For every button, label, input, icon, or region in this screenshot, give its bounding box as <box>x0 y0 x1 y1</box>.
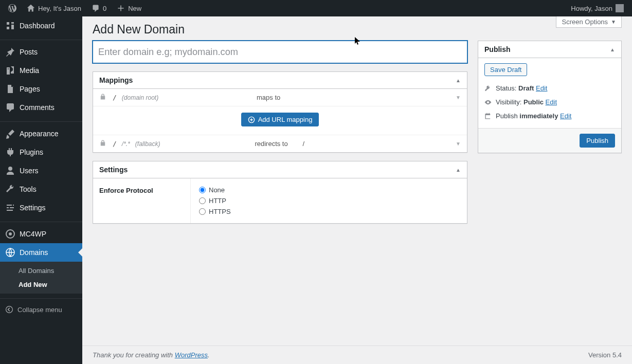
comments-link[interactable]: 0 <box>87 0 111 16</box>
visibility-label: Visibility: <box>496 98 521 106</box>
status-value: Draft <box>518 84 534 92</box>
fallback-slash: / <box>113 140 117 148</box>
mapping-fallback-row[interactable]: / /*.* (fallback) redirects to / ▼ <box>93 135 467 152</box>
submenu-add-new[interactable]: Add New <box>0 278 82 292</box>
collapse-menu-button[interactable]: Collapse menu <box>0 301 82 318</box>
new-content-link[interactable]: New <box>113 0 146 16</box>
sliders-icon <box>5 203 15 213</box>
protocol-none-radio[interactable] <box>199 187 206 193</box>
menu-mc4wp[interactable]: MC4WP <box>0 225 82 243</box>
root-slash: / <box>113 94 117 101</box>
menu-dashboard[interactable]: Dashboard <box>0 16 82 35</box>
submenu-domains: All Domains Add New <box>0 262 82 294</box>
settings-title: Settings <box>99 166 128 174</box>
comments-icon <box>5 102 15 113</box>
new-content-text: New <box>128 5 141 12</box>
lock-icon <box>99 139 107 148</box>
protocol-http-label: HTTP <box>209 197 226 205</box>
protocol-https-label: HTTPS <box>209 208 231 215</box>
page-icon <box>5 84 15 94</box>
key-icon <box>484 85 492 92</box>
collapse-label: Collapse menu <box>17 306 62 314</box>
menu-label: Settings <box>20 204 46 212</box>
add-url-mapping-button[interactable]: Add URL mapping <box>241 113 319 126</box>
domain-input[interactable] <box>93 41 467 63</box>
visibility-line: Visibility: Public Edit <box>484 95 615 109</box>
menu-appearance[interactable]: Appearance <box>0 124 82 143</box>
menu-label: Tools <box>20 185 37 193</box>
schedule-label: Publish <box>496 112 518 120</box>
globe-icon <box>5 247 15 258</box>
submenu-all-domains[interactable]: All Domains <box>0 264 82 278</box>
home-icon <box>27 4 35 12</box>
protocol-https-radio[interactable] <box>199 208 206 215</box>
protocol-https-row[interactable]: HTTPS <box>199 206 459 217</box>
schedule-line: Publish immediately Edit <box>484 109 615 123</box>
menu-posts[interactable]: Posts <box>0 43 82 61</box>
site-name-text: Hey, It's Jason <box>38 5 81 12</box>
chevron-down-icon[interactable]: ▼ <box>456 141 461 147</box>
pin-icon <box>5 47 15 57</box>
menu-separator <box>0 220 82 222</box>
admin-bar: Hey, It's Jason 0 New Howdy, Jason <box>0 0 632 16</box>
publish-header[interactable]: Publish ▲ <box>478 41 621 58</box>
protocol-none-row[interactable]: None <box>199 185 459 195</box>
fallback-verb: redirects to <box>255 140 287 148</box>
menu-settings[interactable]: Settings <box>0 198 82 217</box>
edit-schedule-link[interactable]: Edit <box>560 112 571 120</box>
menu-media[interactable]: Media <box>0 61 82 80</box>
menu-label: Domains <box>20 248 48 257</box>
mapping-root-row[interactable]: / (domain root) maps to ▼ <box>93 89 467 106</box>
chevron-down-icon[interactable]: ▼ <box>456 95 461 100</box>
menu-separator <box>0 296 82 299</box>
admin-sidebar: Dashboard Posts Media Pages Comments App… <box>0 16 82 364</box>
edit-status-link[interactable]: Edit <box>536 84 547 92</box>
protocol-http-radio[interactable] <box>199 197 206 204</box>
svg-point-3 <box>6 306 13 313</box>
mappings-header[interactable]: Mappings ▲ <box>93 72 467 89</box>
admin-footer: Thank you for creating with WordPress. V… <box>82 345 632 364</box>
media-icon <box>5 65 15 76</box>
menu-plugins[interactable]: Plugins <box>0 143 82 161</box>
publish-button[interactable]: Publish <box>580 134 615 148</box>
menu-label: MC4WP <box>20 230 46 238</box>
panel-toggle-icon[interactable]: ▲ <box>456 167 461 173</box>
fallback-target: / <box>303 140 305 148</box>
menu-comments[interactable]: Comments <box>0 98 82 117</box>
fallback-glob: /*.* <box>122 140 130 148</box>
footer-thankyou: Thank you for creating with WordPress. <box>93 351 210 359</box>
svg-point-1 <box>9 232 12 235</box>
site-name-link[interactable]: Hey, It's Jason <box>23 0 85 16</box>
menu-domains[interactable]: Domains <box>0 243 82 262</box>
plug-icon <box>5 147 15 157</box>
mappings-title: Mappings <box>99 76 133 84</box>
my-account-link[interactable]: Howdy, Jason <box>567 0 628 16</box>
settings-panel: Settings ▲ Enforce Protocol None HTTP HT… <box>93 161 467 224</box>
comment-icon <box>92 4 100 12</box>
mc4wp-icon <box>5 229 15 239</box>
wordpress-link[interactable]: WordPress <box>175 351 208 359</box>
edit-visibility-link[interactable]: Edit <box>546 98 557 106</box>
menu-label: Comments <box>20 103 55 112</box>
dashboard-icon <box>5 21 15 31</box>
screen-options-toggle[interactable]: Screen Options ▼ <box>556 16 622 28</box>
status-line: Status: Draft Edit <box>484 81 615 95</box>
calendar-icon <box>484 113 492 120</box>
menu-label: Appearance <box>20 130 59 138</box>
menu-pages[interactable]: Pages <box>0 80 82 98</box>
screen-options-label: Screen Options <box>562 18 608 26</box>
protocol-http-row[interactable]: HTTP <box>199 195 459 206</box>
settings-header[interactable]: Settings ▲ <box>93 161 467 178</box>
collapse-icon <box>5 305 13 314</box>
panel-toggle-icon[interactable]: ▲ <box>456 78 461 83</box>
wordpress-icon <box>8 4 16 12</box>
save-draft-button[interactable]: Save Draft <box>484 63 527 76</box>
menu-separator <box>0 38 82 40</box>
wp-logo[interactable] <box>4 0 21 16</box>
protocol-none-label: None <box>209 186 225 194</box>
menu-users[interactable]: Users <box>0 161 82 180</box>
panel-toggle-icon[interactable]: ▲ <box>610 47 615 52</box>
avatar <box>616 4 624 12</box>
version-text: Version 5.4 <box>588 351 622 359</box>
menu-tools[interactable]: Tools <box>0 180 82 198</box>
